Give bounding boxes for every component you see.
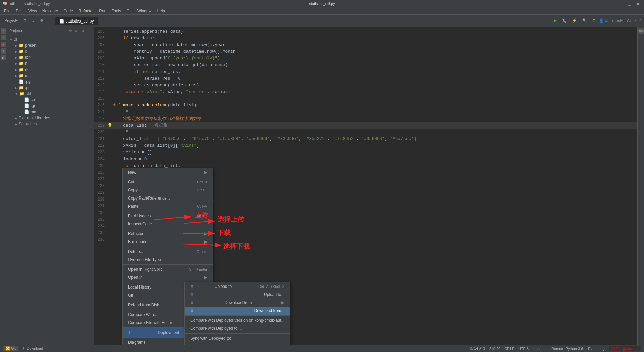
toolbar-debug[interactable]: 🐛 xyxy=(560,17,569,24)
toolbar-collapse[interactable]: ≡ xyxy=(30,18,36,24)
sub-upload-to-dots[interactable]: ⬆ Upload to... xyxy=(185,291,290,299)
title-left: 🧠 utils – statistics_util.py xyxy=(3,1,50,6)
sub-compare-deployed-to[interactable]: Compare with Deployed to ... xyxy=(185,324,290,333)
cm-refactor[interactable]: Refactor ▶ xyxy=(123,230,213,238)
toolbar-git: Git: xyxy=(627,19,633,23)
tree-item-git[interactable]: ▶ 📁 .git xyxy=(7,85,94,91)
tree-item-util[interactable]: ▼ 📁 util xyxy=(7,91,94,97)
sub-download-from-dots[interactable]: ⬇ Download from... xyxy=(185,307,290,315)
editor-area[interactable]: 205 series.append(res_data) 206 if now_d… xyxy=(94,27,637,345)
menu-view[interactable]: View xyxy=(25,8,40,14)
sidebar-bookmark-icon[interactable]: 🔖 xyxy=(1,42,6,47)
code-line-216: 216 def make_stack_column(data_list): xyxy=(94,102,637,109)
project-button[interactable]: Project▾ xyxy=(3,17,20,24)
cm-new[interactable]: New ▶ xyxy=(123,168,213,176)
tree-item-gi[interactable]: ▶ 📄 .gi xyxy=(7,103,94,109)
status-encoding[interactable]: UTF-8 xyxy=(518,347,529,351)
cm-override-file-type[interactable]: Override File Type xyxy=(123,256,213,264)
cm-bookmarks[interactable]: Bookmarks ▶ xyxy=(123,238,213,246)
sub-sync-deployed-dots[interactable]: Sync with Deployed to ... xyxy=(185,342,290,345)
tree-item-py[interactable]: ▶ 📄 .py xyxy=(7,79,94,85)
cm-inspect-code-label: Inspect Code... xyxy=(128,222,155,226)
tree-item-ma[interactable]: ▶ 📄 ma xyxy=(7,109,94,115)
cm-copy-path[interactable]: Copy Path/Reference... xyxy=(123,194,213,202)
panel-settings-btn[interactable]: ⚙ xyxy=(68,29,73,33)
tree-item-preset[interactable]: ▶ 📁 preset xyxy=(7,42,94,48)
tree-item-ion[interactable]: ▶ 📁 ion xyxy=(7,54,94,60)
cm-open-right-split[interactable]: Open in Right Split Shift+Enter xyxy=(123,265,213,273)
sidebar-commit-icon[interactable]: ✎ xyxy=(1,35,6,40)
toolbar-profile[interactable]: ⚡ xyxy=(570,17,579,24)
toolbar-gear[interactable]: ⚙ xyxy=(38,17,45,24)
sidebar-project-icon[interactable]: P xyxy=(1,28,6,34)
menu-tools[interactable]: Tools xyxy=(109,8,124,14)
status-right: ⚠ 14 ✗ 3 219:20 CRLF UTF-8 4 spaces Remo… xyxy=(470,346,641,351)
panel-close-btn[interactable]: ⚙ xyxy=(80,29,85,33)
maximize-button[interactable]: □ xyxy=(628,1,633,6)
tree-ion2-label: ion xyxy=(25,73,31,78)
status-event-log[interactable]: Event Log xyxy=(588,347,605,351)
toolbar-minus[interactable]: − xyxy=(47,18,53,24)
menu-navigate[interactable]: Navigate xyxy=(40,8,61,14)
status-position[interactable]: 219:20 xyxy=(489,347,500,351)
sub-upload-to[interactable]: ⬆ Upload to Ctrl+Alt+Shift+X xyxy=(185,282,290,291)
sidebar-structure-icon[interactable]: ≡ xyxy=(1,48,6,54)
cm-cut[interactable]: Cut Ctrl+X xyxy=(123,178,213,186)
menu-run[interactable]: Run xyxy=(96,8,109,14)
project-panel: Project▾ ⚙ ≡ ⚙ − ▼ .s ▶ 📁 preset ▶ 📁 c ▶ xyxy=(7,27,94,345)
sub-download-from-dots-label: Download from... xyxy=(254,308,285,313)
project-panel-header: Project▾ ⚙ ≡ ⚙ − xyxy=(7,27,94,35)
code-line-219: 219 💡 data_list 数据集 xyxy=(94,122,637,129)
tree-root-label: .s xyxy=(14,37,17,42)
tree-item-root[interactable]: ▼ .s xyxy=(7,36,94,42)
status-line-ending[interactable]: CRLF xyxy=(504,347,514,351)
toolbar-settings[interactable]: ⚙ xyxy=(21,17,29,24)
status-download[interactable]: ⬇ Download xyxy=(22,346,43,351)
cm-open-in[interactable]: Open In ▶ xyxy=(123,273,213,281)
code-line-214: 214 return {"xAins": xAins, "series": se… xyxy=(94,89,637,95)
menu-git[interactable]: Git xyxy=(124,8,134,14)
cm-open-in-arrow: ▶ xyxy=(204,275,207,280)
menu-refactor[interactable]: Refactor xyxy=(76,8,96,14)
tree-item-c[interactable]: ▶ 📁 c xyxy=(7,48,94,54)
sub-sync-deployed-dots-label: Sync with Deployed to ... xyxy=(190,344,234,345)
tree-item-scratches[interactable]: ▶ Scratches xyxy=(7,121,94,127)
toolbar-settings2[interactable]: ⚙ xyxy=(590,17,598,24)
toolbar-check1: ✓ xyxy=(634,18,637,23)
cm-paste[interactable]: Paste Ctrl+V xyxy=(123,202,213,210)
cm-copy[interactable]: Copy Ctrl+C xyxy=(123,186,213,194)
panel-pin-btn[interactable]: − xyxy=(86,29,91,33)
cm-find-usages[interactable]: Find Usages Alt+F7 xyxy=(123,212,213,220)
tab-statistics-util[interactable]: 📄 statistics_util.py xyxy=(55,17,98,25)
status-python[interactable]: Remote Python 3.6. xyxy=(551,347,584,351)
menu-help[interactable]: Help xyxy=(154,8,168,14)
tree-item-co[interactable]: ▶ 📄 co xyxy=(7,97,94,103)
tree-item-external[interactable]: ▶ External Libraries xyxy=(7,115,94,121)
cm-delete[interactable]: Delete... Delete xyxy=(123,248,213,256)
submenu-deployment: ⬆ Upload to Ctrl+Alt+Shift+X ⬆ Upload to… xyxy=(184,282,290,345)
toolbar-run[interactable]: ▶ xyxy=(552,17,559,24)
menu-file[interactable]: File xyxy=(1,8,13,14)
tree-item-ion2[interactable]: ▶ 📁 ion xyxy=(7,73,94,79)
menu-code[interactable]: Code xyxy=(61,8,76,14)
status-warnings[interactable]: ⚠ 14 ✗ 3 xyxy=(470,346,485,351)
tree-item-h[interactable]: ▶ 📁 h xyxy=(7,60,94,67)
panel-collapse-btn[interactable]: ≡ xyxy=(74,29,79,33)
sub-download-from[interactable]: ⬇ Download from ▶ xyxy=(185,299,290,307)
menu-window[interactable]: Window xyxy=(135,8,154,14)
right-sidebar-db-icon[interactable]: DB xyxy=(638,28,644,34)
sub-sync-deployed[interactable]: Sync with Deployed to: xyxy=(185,334,290,342)
status-indent[interactable]: 4 spaces xyxy=(533,347,547,351)
cm-inspect-code[interactable]: Inspect Code... xyxy=(123,220,213,228)
sidebar-services-icon[interactable]: ▶ xyxy=(1,55,6,60)
sub-compare-deployed[interactable]: Compare with Deployed Version on kong-cm… xyxy=(185,316,290,324)
status-git-button[interactable]: 🔀 Git xyxy=(3,346,18,351)
toolbar-search[interactable]: 🔍 xyxy=(580,17,589,24)
menu-edit[interactable]: Edit xyxy=(13,8,25,14)
minimize-button[interactable]: − xyxy=(619,1,624,6)
cm-local-history-label: Local History xyxy=(128,285,151,290)
cm-delete-label: Delete... xyxy=(128,249,143,254)
cm-cut-label: Cut xyxy=(128,180,135,184)
close-button[interactable]: × xyxy=(637,1,641,6)
tree-item-rk[interactable]: ▶ 📁 rk xyxy=(7,67,94,73)
